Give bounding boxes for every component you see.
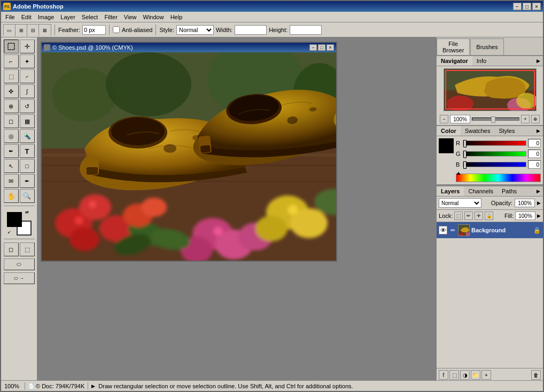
doc-minimize-btn[interactable]: −	[309, 44, 317, 51]
menu-file[interactable]: File	[2, 13, 18, 21]
new-layer-btn[interactable]: +	[481, 370, 491, 380]
minimize-btn[interactable]: −	[513, 3, 522, 10]
fg-color-swatch[interactable]	[439, 138, 454, 153]
zoom-slider-track[interactable]	[472, 117, 519, 121]
pen-tool[interactable]: ✒	[4, 144, 19, 158]
opacity-arrow[interactable]: ▶	[537, 200, 541, 206]
navigator-tab[interactable]: Navigator	[437, 56, 472, 66]
rectangular-marquee-tool[interactable]	[4, 40, 19, 53]
zoom-value-input[interactable]	[450, 115, 470, 123]
r-slider-track[interactable]	[463, 140, 526, 146]
fill-arrow[interactable]: ▶	[537, 213, 541, 218]
new-selection-btn[interactable]: ▭	[4, 25, 15, 36]
zoom-tool[interactable]: 🔍	[20, 189, 35, 203]
menu-select[interactable]: Select	[79, 13, 102, 21]
add-adjustment-btn[interactable]: ◑	[460, 370, 470, 380]
width-input[interactable]	[235, 25, 267, 35]
clone-stamp-tool[interactable]: ⊕	[4, 99, 19, 113]
brush-tool[interactable]: ∫	[20, 84, 35, 98]
add-mask-btn[interactable]: ⬚	[449, 370, 459, 380]
status-doc-icon[interactable]: 📄	[28, 383, 34, 389]
zoom-in-btn[interactable]: +	[521, 115, 530, 123]
standard-mode-btn[interactable]: ◻	[4, 242, 19, 256]
slice-tool[interactable]: ⌿	[20, 69, 35, 83]
g-slider-track[interactable]	[463, 151, 526, 156]
layers-panel-arrow[interactable]: ▶	[534, 187, 543, 195]
move-tool[interactable]: ✛	[20, 40, 35, 53]
styles-tab[interactable]: Styles	[494, 126, 519, 136]
zoom-out-btn[interactable]: −	[440, 115, 448, 123]
default-colors-btn[interactable]: ↙	[6, 228, 13, 236]
add-selection-btn[interactable]: ⊞	[15, 25, 27, 36]
info-tab[interactable]: Info	[472, 56, 491, 66]
menu-image[interactable]: Image	[35, 13, 58, 21]
lock-position-btn[interactable]: ✛	[475, 211, 483, 220]
intersect-selection-btn[interactable]: ⊠	[39, 25, 51, 36]
anti-aliased-checkbox[interactable]	[113, 26, 120, 33]
navigator-arrow[interactable]: ▶	[534, 57, 543, 65]
close-btn[interactable]: ×	[532, 3, 541, 10]
paths-tab[interactable]: Paths	[498, 186, 521, 196]
layer-visibility-icon[interactable]: 👁	[439, 226, 447, 234]
shape-tool[interactable]: □	[20, 159, 35, 173]
color-tab[interactable]: Color	[437, 126, 461, 136]
background-layer-row[interactable]: 👁 ✏ Background 🔒	[437, 222, 543, 238]
hand-tool[interactable]: ✋	[4, 189, 19, 203]
lock-label: Lock:	[439, 213, 453, 219]
subtract-selection-btn[interactable]: ⊟	[27, 25, 39, 36]
delete-layer-btn[interactable]: 🗑	[531, 370, 541, 380]
type-tool[interactable]: T	[20, 144, 35, 158]
doc-restore-btn[interactable]: □	[318, 44, 325, 51]
feather-input[interactable]	[82, 25, 106, 35]
maximize-btn[interactable]: □	[523, 3, 531, 10]
foreground-color[interactable]	[7, 212, 22, 227]
doc-close-btn[interactable]: ×	[327, 44, 334, 51]
file-browser-tab[interactable]: File Browser	[437, 38, 470, 55]
menu-window[interactable]: Window	[140, 13, 167, 21]
screen-mode-btn[interactable]: ⬭	[4, 258, 35, 270]
document-window: © Shoes.psd @ 100% (CMYK) − □ ×	[41, 42, 337, 262]
notes-tool[interactable]: ✉	[4, 174, 19, 188]
height-input[interactable]	[290, 25, 322, 35]
switch-colors-btn[interactable]: ⇄	[25, 210, 33, 217]
quickmask-mode-btn[interactable]: ⬚	[20, 242, 35, 256]
blend-mode-select[interactable]: Normal	[439, 198, 481, 208]
brushes-tab[interactable]: Brushes	[470, 38, 503, 55]
swatches-tab[interactable]: Swatches	[461, 126, 495, 136]
lock-pixels-btn[interactable]: ✏	[464, 211, 473, 220]
channels-tab[interactable]: Channels	[464, 186, 497, 196]
crop-tool[interactable]: ⬚	[4, 69, 19, 83]
status-play-icon[interactable]: ▶	[91, 383, 95, 389]
menu-help[interactable]: Help	[167, 13, 186, 21]
menu-layer[interactable]: Layer	[57, 13, 79, 21]
lasso-tool[interactable]: ⌐	[4, 54, 19, 68]
eyedropper-tool[interactable]: ✒	[20, 174, 35, 188]
magic-wand-tool[interactable]: ✦	[20, 54, 35, 68]
opacity-input[interactable]	[515, 199, 535, 207]
style-select[interactable]: Normal	[176, 25, 214, 35]
layers-tab[interactable]: Layers	[437, 186, 464, 196]
path-selection-tool[interactable]: ↖	[4, 159, 19, 173]
healing-brush-tool[interactable]: ✜	[4, 84, 19, 98]
jump-to-btn[interactable]: ⬭→	[4, 272, 35, 284]
color-spectrum[interactable]	[456, 174, 541, 182]
new-group-btn[interactable]: 📁	[471, 370, 480, 380]
b-value-input[interactable]	[528, 160, 541, 169]
blur-tool[interactable]: ◎	[4, 129, 19, 143]
history-brush-tool[interactable]: ↺	[20, 99, 35, 113]
fill-input[interactable]	[515, 211, 535, 220]
r-value-input[interactable]	[528, 139, 541, 147]
b-slider-track[interactable]	[463, 162, 526, 167]
lock-transparency-btn[interactable]: ⬚	[454, 211, 463, 220]
menu-filter[interactable]: Filter	[101, 13, 120, 21]
lock-all-btn[interactable]: 🔒	[485, 211, 493, 220]
eraser-tool[interactable]: ◻	[4, 114, 19, 128]
g-value-input[interactable]	[528, 150, 541, 158]
add-style-btn[interactable]: f	[439, 370, 448, 380]
color-panel-arrow[interactable]: ▶	[534, 127, 543, 135]
menu-edit[interactable]: Edit	[18, 13, 35, 21]
dodge-tool[interactable]: 🔦	[20, 129, 35, 143]
gradient-tool[interactable]: ▦	[20, 114, 35, 128]
menu-view[interactable]: View	[121, 13, 140, 21]
zoom-max-btn[interactable]: ⊕	[531, 115, 540, 123]
